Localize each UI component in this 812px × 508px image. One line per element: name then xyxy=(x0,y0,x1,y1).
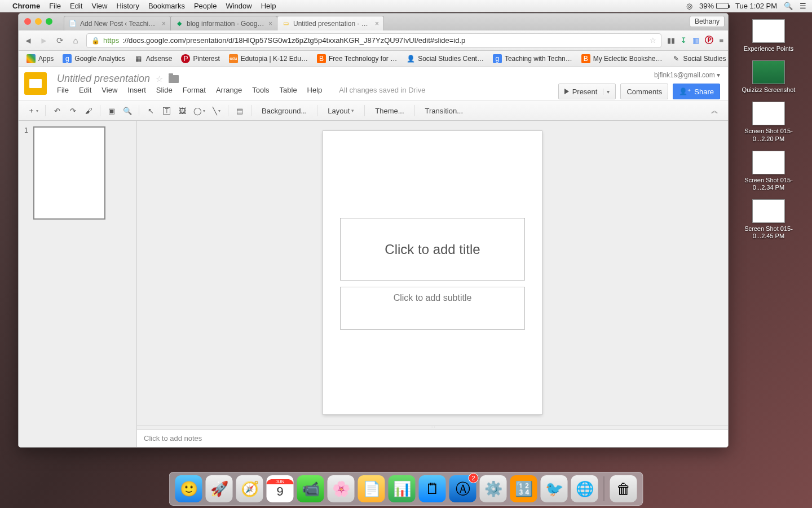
maximize-icon[interactable] xyxy=(46,18,52,25)
menubar-window[interactable]: Window xyxy=(226,2,251,10)
account-menu[interactable]: bjfink1s@gmail.com ▾ xyxy=(654,71,720,79)
calculator-dock-icon[interactable]: 🔢 xyxy=(510,475,537,502)
subtitle-placeholder[interactable]: Click to add subtitle xyxy=(340,287,525,330)
menu-format[interactable]: Format xyxy=(183,86,206,94)
menu-slide[interactable]: Slide xyxy=(156,86,173,94)
title-placeholder[interactable]: Click to add title xyxy=(340,218,525,281)
star-icon[interactable]: ☆ xyxy=(156,74,163,84)
pinterest-extension-icon[interactable]: Ⓟ xyxy=(705,35,713,46)
bookmark-item[interactable]: PPinterest xyxy=(178,52,223,65)
menu-insert[interactable]: Insert xyxy=(127,86,146,94)
menubar-edit[interactable]: Edit xyxy=(70,2,82,10)
appstore-dock-icon[interactable]: Ⓐ2 xyxy=(449,475,476,502)
chrome-profile-button[interactable]: Bethany xyxy=(690,16,725,27)
extension-icon[interactable]: ▥ xyxy=(692,36,699,45)
preferences-dock-icon[interactable]: ⚙️ xyxy=(480,475,507,502)
finder-dock-icon[interactable]: 🙂 xyxy=(175,475,202,502)
extension-icon[interactable]: ↧ xyxy=(681,36,687,45)
comment-tool[interactable]: ▤ xyxy=(233,103,246,118)
textbox-tool[interactable]: 🅃 xyxy=(160,103,173,118)
collapse-toolbar-icon[interactable]: ︽ xyxy=(708,103,721,118)
pages-dock-icon[interactable]: 📄 xyxy=(358,475,385,502)
bookmark-item[interactable]: BMy Eclectic Bookshe… xyxy=(578,52,666,65)
facetime-dock-icon[interactable]: 📹 xyxy=(297,475,324,502)
slide-filmstrip[interactable]: 1 xyxy=(19,121,137,447)
desktop-file[interactable]: Screen Shot 015-0...2.45 PM xyxy=(732,199,805,240)
launchpad-dock-icon[interactable]: 🚀 xyxy=(206,475,233,502)
menu-help[interactable]: Help xyxy=(307,86,323,94)
desktop-file[interactable]: Quizizz Screenshot xyxy=(732,60,805,94)
reload-button[interactable]: ⟳ xyxy=(55,36,65,46)
desktop-file[interactable]: Screen Shot 015-0...2.34 PM xyxy=(732,151,805,191)
browser-tab[interactable]: ◆blog information - Google D…× xyxy=(170,16,277,30)
spotlight-icon[interactable]: 🔍 xyxy=(784,2,793,10)
tab-close-icon[interactable]: × xyxy=(375,20,379,28)
menu-arrange[interactable]: Arrange xyxy=(216,86,242,94)
present-button[interactable]: Present xyxy=(558,84,616,99)
safari-dock-icon[interactable]: 🧭 xyxy=(236,475,263,502)
chrome-menu-icon[interactable]: ≡ xyxy=(719,36,723,45)
minimize-icon[interactable] xyxy=(35,18,42,25)
slide-canvas[interactable]: Click to add title Click to add subtitle xyxy=(323,131,542,414)
shape-tool[interactable]: ◯ xyxy=(191,103,208,118)
menubar-people[interactable]: People xyxy=(194,2,217,10)
menubar-app-name[interactable]: Chrome xyxy=(12,2,40,10)
desktop-file[interactable]: Screen Shot 015-0...2.20 PM xyxy=(732,102,805,142)
menu-view[interactable]: View xyxy=(102,86,117,94)
share-button[interactable]: 👤⁺Share xyxy=(673,84,720,99)
menubar-file[interactable]: File xyxy=(49,2,61,10)
menubar-bookmarks[interactable]: Bookmarks xyxy=(148,2,185,10)
slide-thumbnail[interactable] xyxy=(33,126,105,220)
menu-edit[interactable]: Edit xyxy=(79,86,91,94)
bookmark-item[interactable]: ✎Social Studies CLE's xyxy=(668,52,729,65)
layout-button[interactable]: Layout xyxy=(322,103,360,118)
trash-dock-icon[interactable]: 🗑 xyxy=(610,475,637,502)
address-bar[interactable]: 🔒 https://docs.google.com/presentation/d… xyxy=(86,33,661,48)
bookmark-star-icon[interactable]: ☆ xyxy=(650,36,656,45)
menu-table[interactable]: Table xyxy=(280,86,297,94)
photos-dock-icon[interactable]: 🌸 xyxy=(328,475,355,502)
bookmark-item[interactable]: gGoogle Analytics xyxy=(59,52,128,65)
keynote-dock-icon[interactable]: 🗒 xyxy=(419,475,446,502)
bookmark-item[interactable]: BFree Technology for … xyxy=(314,52,400,65)
numbers-dock-icon[interactable]: 📊 xyxy=(389,475,416,502)
bookmark-item[interactable]: eduEdutopia | K-12 Edu… xyxy=(226,52,311,65)
line-tool[interactable]: ╲ xyxy=(210,103,223,118)
menu-file[interactable]: File xyxy=(57,86,69,94)
menubar-view[interactable]: View xyxy=(91,2,107,10)
select-tool[interactable]: ↖ xyxy=(144,103,157,118)
doc-title-input[interactable]: Untitled presentation xyxy=(57,73,150,85)
tab-close-icon[interactable]: × xyxy=(162,20,166,28)
forward-button[interactable]: ► xyxy=(39,36,49,45)
calendar-dock-icon[interactable]: JUN9 xyxy=(267,475,294,502)
bookmark-item[interactable]: 👤Social Studies Cent… xyxy=(403,52,487,65)
transition-button[interactable]: Transition... xyxy=(420,103,469,118)
background-button[interactable]: Background... xyxy=(256,103,312,118)
theme-button[interactable]: Theme... xyxy=(369,103,409,118)
bookmark-item[interactable]: gTeaching with Techn… xyxy=(489,52,576,65)
chrome-dock-icon[interactable]: 🌐 xyxy=(571,475,598,502)
tab-close-icon[interactable]: × xyxy=(268,20,272,28)
home-button[interactable]: ⌂ xyxy=(70,36,81,45)
menubar-history[interactable]: History xyxy=(116,2,139,10)
battery-status[interactable]: 39% xyxy=(699,2,729,10)
menubar-clock[interactable]: Tue 1:02 PM xyxy=(735,2,777,10)
menubar-help[interactable]: Help xyxy=(261,2,276,10)
back-button[interactable]: ◄ xyxy=(23,36,33,45)
airdrop-icon[interactable]: ◎ xyxy=(686,2,692,10)
bookmark-apps[interactable]: ∷Apps xyxy=(23,52,57,65)
undo-button[interactable]: ↶ xyxy=(50,103,64,118)
move-folder-icon[interactable] xyxy=(169,75,179,83)
slides-logo-icon[interactable] xyxy=(24,72,47,95)
zoom-button[interactable]: 🔍 xyxy=(121,103,134,118)
extension-icon[interactable]: ▮▮ xyxy=(667,36,675,45)
browser-tab-active[interactable]: ▭Untitled presentation - Goo…× xyxy=(277,16,384,30)
redo-button[interactable]: ↷ xyxy=(66,103,80,118)
close-icon[interactable] xyxy=(24,18,31,25)
twitter-dock-icon[interactable]: 🐦 xyxy=(541,475,568,502)
window-controls[interactable] xyxy=(24,18,52,25)
speaker-notes[interactable]: Click to add notes xyxy=(137,429,728,447)
comments-button[interactable]: Comments xyxy=(620,84,668,99)
zoom-fit-button[interactable]: ▣ xyxy=(105,103,118,118)
paint-format-button[interactable]: 🖌 xyxy=(82,103,95,118)
